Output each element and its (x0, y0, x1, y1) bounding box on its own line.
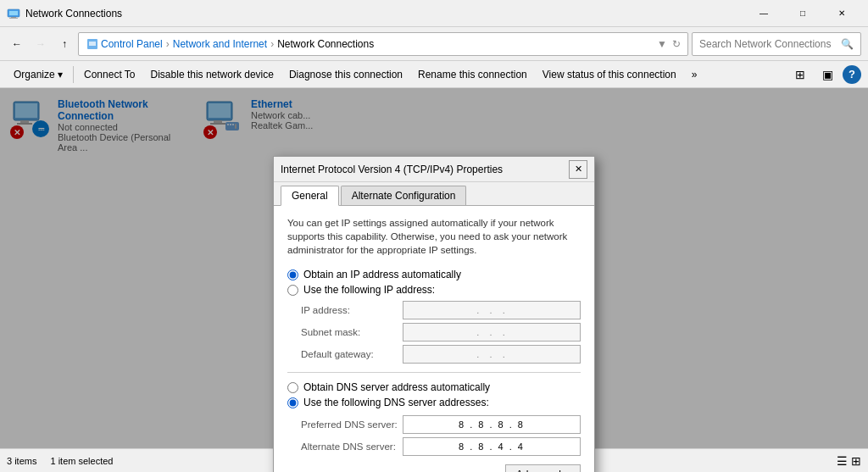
search-box[interactable]: 🔍 (692, 32, 861, 56)
address-bar: ← → ↑ Control Panel › Network and Intern… (0, 27, 868, 61)
dialog-close-button[interactable]: ✕ (569, 160, 587, 179)
dialog-overlay: Internet Protocol Version 4 (TCP/IPv4) P… (0, 88, 868, 448)
dialog-body: You can get IP settings assigned automat… (274, 206, 594, 472)
dialog-title: Internet Protocol Version 4 (TCP/IPv4) P… (281, 164, 569, 175)
toolbar-separator (73, 66, 74, 83)
connect-to-button[interactable]: Connect To (77, 64, 142, 86)
subnet-mask-label: Subnet mask: (301, 327, 403, 337)
dialog-tabs: General Alternate Configuration (274, 182, 594, 206)
alternate-dns-label: Alternate DNS server: (301, 441, 403, 452)
preferred-dns-label: Preferred DNS server: (301, 419, 403, 430)
dialog-description: You can get IP settings assigned automat… (287, 216, 581, 257)
search-icon: 🔍 (841, 38, 854, 50)
dns-auto-radio-label[interactable]: Obtain DNS server address automatically (287, 381, 581, 393)
dns-manual-radio-label[interactable]: Use the following DNS server addresses: (287, 397, 581, 408)
divider (287, 372, 581, 373)
ip-address-label: IP address: (301, 305, 403, 315)
ip-auto-radio-label[interactable]: Obtain an IP address automatically (287, 269, 581, 280)
dns-fields-group: Preferred DNS server: Alternate DNS serv… (301, 415, 581, 456)
advanced-button[interactable]: Advanced... (505, 464, 581, 472)
ip-manual-label: Use the following IP address: (303, 284, 435, 296)
main-content: ⎓ ✕ Bluetooth Network Connection Not con… (0, 88, 868, 448)
ip-address-row: IP address: (301, 301, 581, 319)
ip-manual-radio-label[interactable]: Use the following IP address: (287, 284, 581, 296)
help-button[interactable]: ? (843, 65, 861, 84)
default-gateway-label: Default gateway: (301, 349, 403, 359)
close-button[interactable]: ✕ (822, 0, 861, 27)
address-path[interactable]: Control Panel › Network and Internet › N… (78, 32, 688, 56)
path-segment: Control Panel (101, 38, 163, 50)
svg-rect-5 (89, 42, 96, 46)
ip-radio-group: Obtain an IP address automatically Use t… (287, 269, 581, 296)
view-status-button[interactable]: View status of this connection (536, 64, 683, 86)
window-controls: — □ ✕ (744, 0, 861, 27)
selected-count: 1 item selected (50, 456, 113, 466)
pane-button[interactable]: ▣ (815, 64, 839, 86)
ip-auto-radio[interactable] (287, 269, 298, 280)
preferred-dns-row: Preferred DNS server: (301, 415, 581, 434)
status-icons: ☰ ⊞ (837, 454, 861, 468)
dns-manual-label: Use the following DNS server addresses: (303, 397, 489, 408)
svg-rect-3 (9, 18, 18, 19)
search-input[interactable] (699, 38, 841, 50)
forward-button[interactable]: → (31, 34, 51, 54)
toolbar-right: ⊞ ▣ ? (788, 64, 861, 86)
alternate-dns-row: Alternate DNS server: (301, 437, 581, 456)
toolbar: Organize ▾ Connect To Disable this netwo… (0, 61, 868, 88)
organize-button[interactable]: Organize ▾ (7, 64, 70, 86)
view-grid-icon[interactable]: ⊞ (851, 454, 861, 468)
title-bar: Network Connections — □ ✕ (0, 0, 868, 27)
main-window: Network Connections — □ ✕ ← → ↑ Control … (0, 0, 868, 472)
diagnose-button[interactable]: Diagnose this connection (282, 64, 409, 86)
view-list-icon[interactable]: ☰ (837, 454, 848, 468)
ip-auto-label: Obtain an IP address automatically (303, 269, 461, 280)
tab-general[interactable]: General (281, 186, 339, 206)
window-icon (7, 7, 20, 20)
preferred-dns-input[interactable] (403, 415, 581, 434)
window-title: Network Connections (25, 8, 744, 19)
svg-rect-1 (9, 11, 18, 15)
maximize-button[interactable]: □ (783, 0, 822, 27)
dns-auto-label: Obtain DNS server address automatically (303, 381, 490, 393)
subnet-mask-row: Subnet mask: (301, 323, 581, 342)
up-button[interactable]: ↑ (54, 34, 75, 54)
tab-alternate-configuration[interactable]: Alternate Configuration (341, 186, 467, 205)
path-segment-current: Network Connections (277, 38, 374, 50)
dns-manual-radio[interactable] (287, 397, 298, 408)
view-toggle-button[interactable]: ⊞ (788, 64, 812, 86)
items-count: 3 items (7, 456, 36, 466)
dns-radio-group: Obtain DNS server address automatically … (287, 381, 581, 408)
minimize-button[interactable]: — (744, 0, 783, 27)
dns-auto-radio[interactable] (287, 382, 298, 393)
dialog-title-bar: Internet Protocol Version 4 (TCP/IPv4) P… (274, 157, 594, 182)
back-button[interactable]: ← (7, 34, 27, 54)
tcp-ipv4-dialog: Internet Protocol Version 4 (TCP/IPv4) P… (273, 156, 595, 472)
ip-address-input[interactable] (403, 301, 581, 319)
rename-button[interactable]: Rename this connection (411, 64, 534, 86)
default-gateway-row: Default gateway: (301, 345, 581, 364)
disable-button[interactable]: Disable this network device (144, 64, 281, 86)
default-gateway-input[interactable] (403, 345, 581, 364)
alternate-dns-input[interactable] (403, 437, 581, 456)
path-segment: Network and Internet (173, 38, 267, 50)
ip-fields-group: IP address: Subnet mask: Default gateway… (301, 301, 581, 364)
subnet-mask-input[interactable] (403, 323, 581, 342)
more-button[interactable]: » (685, 64, 704, 86)
ip-manual-radio[interactable] (287, 285, 298, 296)
